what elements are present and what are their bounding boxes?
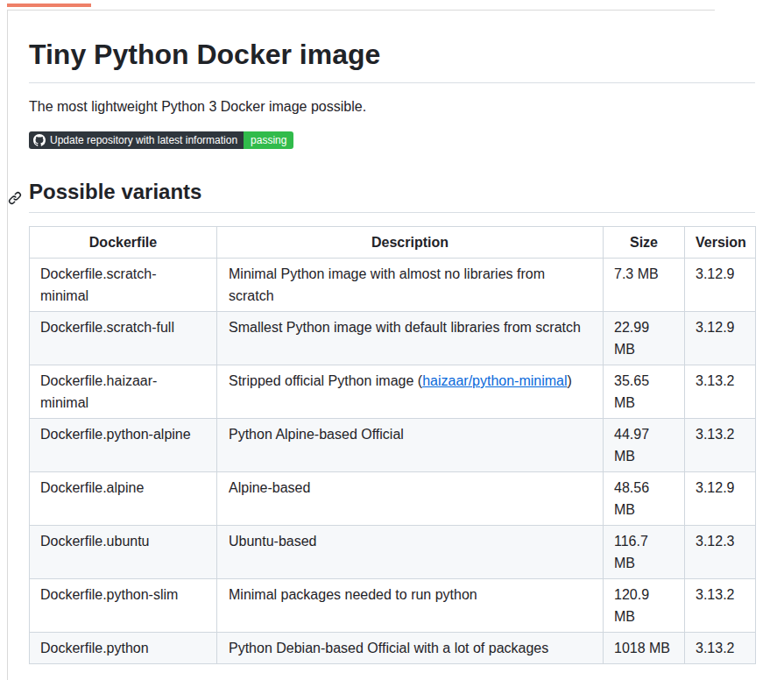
cell-description: Stripped official Python image (haizaar/… <box>217 365 604 419</box>
cell-dockerfile: Dockerfile.ubuntu <box>30 526 217 579</box>
cell-dockerfile: Dockerfile.python <box>30 633 217 664</box>
table-row: Dockerfile.ubuntu Ubuntu-based 116.7 MB … <box>30 526 756 579</box>
cell-version: 3.12.9 <box>685 472 756 526</box>
github-octocat-icon <box>33 134 46 146</box>
section-heading-text: Possible variants <box>29 180 201 203</box>
cell-size: 1018 MB <box>604 633 685 664</box>
variants-table-body: Dockerfile.scratch-minimal Minimal Pytho… <box>30 259 756 664</box>
cell-description: Smallest Python image with default libra… <box>217 312 604 365</box>
col-header-description: Description <box>217 227 604 259</box>
cell-size: 48.56 MB <box>604 472 685 526</box>
cell-version: 3.12.9 <box>685 259 756 312</box>
cell-size: 22.99 MB <box>604 312 685 365</box>
cell-version: 3.13.2 <box>685 633 756 664</box>
variants-table: Dockerfile Description Size Version Dock… <box>29 226 756 664</box>
cell-description: Minimal Python image with almost no libr… <box>217 259 604 312</box>
badge-label-text: Update repository with latest informatio… <box>50 131 237 149</box>
table-row: Dockerfile.python-alpine Python Alpine-b… <box>30 419 756 472</box>
cell-description: Python Alpine-based Official <box>217 419 604 472</box>
table-row: Dockerfile.haizaar-minimal Stripped offi… <box>30 365 756 419</box>
badge-status-text: passing <box>244 131 293 149</box>
cell-dockerfile: Dockerfile.python-slim <box>30 579 217 633</box>
link-chain-icon[interactable] <box>8 185 22 199</box>
cell-version: 3.12.9 <box>685 312 756 365</box>
table-row: Dockerfile.python Python Debian-based Of… <box>30 633 756 664</box>
workflow-status-badge[interactable]: Update repository with latest informatio… <box>29 131 293 149</box>
cell-dockerfile: Dockerfile.python-alpine <box>30 419 217 472</box>
cell-dockerfile: Dockerfile.scratch-minimal <box>30 259 217 312</box>
table-row: Dockerfile.alpine Alpine-based 48.56 MB … <box>30 472 756 526</box>
cell-size: 7.3 MB <box>604 259 685 312</box>
badge-label-segment: Update repository with latest informatio… <box>29 131 244 149</box>
description-link[interactable]: haizaar/python-minimal <box>422 373 567 388</box>
cell-description: Ubuntu-based <box>217 526 604 579</box>
readme-content: Tiny Python Docker image The most lightw… <box>29 0 755 664</box>
cell-description: Alpine-based <box>217 472 604 526</box>
table-header-row: Dockerfile Description Size Version <box>30 227 756 259</box>
page-subtitle: The most lightweight Python 3 Docker ima… <box>29 96 755 117</box>
cell-size: 116.7 MB <box>604 526 685 579</box>
cell-size: 35.65 MB <box>604 365 685 419</box>
cell-version: 3.12.3 <box>685 526 756 579</box>
col-header-version: Version <box>685 227 756 259</box>
table-row: Dockerfile.scratch-minimal Minimal Pytho… <box>30 259 756 312</box>
cell-description: Minimal packages needed to run python <box>217 579 604 633</box>
cell-version: 3.13.2 <box>685 419 756 472</box>
cell-size: 120.9 MB <box>604 579 685 633</box>
table-row: Dockerfile.python-slim Minimal packages … <box>30 579 756 633</box>
cell-version: 3.13.2 <box>685 579 756 633</box>
cell-version: 3.13.2 <box>685 365 756 419</box>
cell-description: Python Debian-based Official with a lot … <box>217 633 604 664</box>
cell-dockerfile: Dockerfile.haizaar-minimal <box>30 365 217 419</box>
panel-left-border <box>7 10 8 680</box>
col-header-size: Size <box>604 227 685 259</box>
section-heading-possible-variants: Possible variants <box>29 179 755 213</box>
cell-size: 44.97 MB <box>604 419 685 472</box>
cell-dockerfile: Dockerfile.scratch-full <box>30 312 217 365</box>
page-title: Tiny Python Docker image <box>29 0 755 83</box>
col-header-dockerfile: Dockerfile <box>30 227 217 259</box>
table-row: Dockerfile.scratch-full Smallest Python … <box>30 312 756 365</box>
cell-dockerfile: Dockerfile.alpine <box>30 472 217 526</box>
